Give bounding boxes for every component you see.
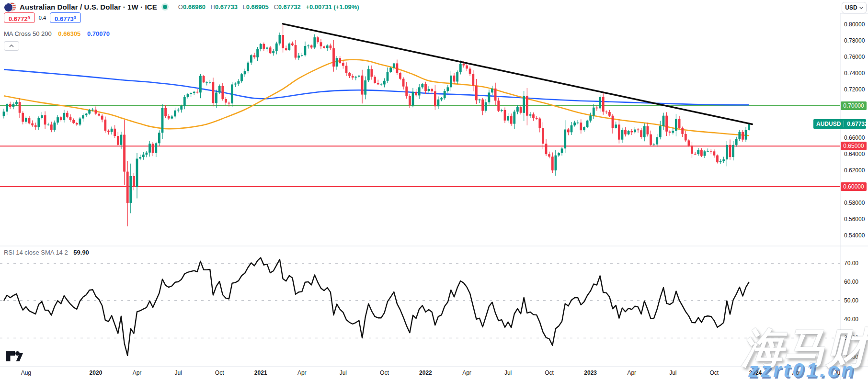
low-label: L — [243, 3, 246, 11]
price-tick-label: 0.58000 — [844, 200, 865, 206]
price-tick-label: 0.64000 — [844, 151, 865, 157]
symbol-pair-icon — [4, 2, 16, 11]
price-level-badge: 0.65000 — [841, 142, 867, 150]
currency-label: USD — [845, 4, 857, 11]
close-label: C — [274, 3, 278, 11]
tradingview-logo-icon — [5, 350, 23, 362]
time-tick-year: 2023 — [584, 369, 597, 376]
tradingview-chart-app: Australian Dollar / U.S. Dollar · 1W · I… — [0, 0, 868, 380]
price-level-badge: 0.70000 — [841, 101, 867, 110]
close-value: 0.67732 — [278, 3, 301, 11]
ma200-value: 0.70070 — [87, 30, 110, 37]
time-tick-month: Jul — [340, 369, 347, 376]
rsi-value: 59.90 — [73, 249, 89, 256]
rsi-tick-label: 50.00 — [844, 297, 858, 304]
tradingview-logo[interactable] — [5, 350, 23, 364]
price-tick-label: 0.72000 — [844, 86, 865, 93]
watermark-url: zzrt01.cn — [748, 359, 856, 380]
price-tick-label: 0.62000 — [844, 167, 865, 174]
price-tick-label: 0.76000 — [844, 54, 865, 60]
time-tick-month: Oct — [380, 369, 389, 376]
price-tick-label: 0.78000 — [844, 37, 865, 44]
ma-cross-legend[interactable]: MA Cross 50 200 0.66305 0.70070 — [4, 30, 110, 37]
rsi-legend[interactable]: RSI 14 close SMA 14 2 59.90 — [4, 249, 89, 256]
collapse-legend-button[interactable] — [4, 41, 19, 51]
time-tick-month: Apr — [133, 369, 142, 376]
sell-bid-button[interactable]: 0.67729 — [4, 12, 35, 23]
time-tick-year: 2022 — [419, 369, 432, 376]
time-tick-year: 2020 — [90, 369, 103, 376]
time-tick-month: Jul — [504, 369, 512, 376]
ma-cross-title: MA Cross 50 200 — [4, 30, 52, 37]
rsi-tick-label: 70.00 — [844, 260, 858, 267]
currency-dropdown[interactable]: USD — [842, 2, 867, 13]
price-tick-label: 0.80000 — [844, 21, 865, 28]
time-tick-month: Jul — [174, 369, 182, 376]
ma50-value: 0.66305 — [58, 30, 80, 37]
rsi-tick-label: 60.00 — [844, 279, 858, 285]
spread-value: 0.4 — [39, 15, 46, 21]
price-tick-label: 0.54000 — [844, 232, 865, 239]
chart-canvas[interactable] — [0, 0, 868, 380]
price-level-badge: 0.60000 — [841, 182, 867, 191]
chevron-down-icon — [859, 7, 863, 9]
time-tick-month: Oct — [710, 369, 719, 376]
buy-ask-button[interactable]: 0.67733 — [50, 12, 81, 23]
open-value: 0.66960 — [183, 3, 206, 11]
chevron-up-icon — [9, 45, 14, 47]
ohlc-values: O0.66960 H0.67733 L0.66905 C0.67732 +0.0… — [175, 3, 359, 11]
rsi-title: RSI 14 close SMA 14 2 — [4, 249, 68, 256]
symbol-title[interactable]: Australian Dollar / U.S. Dollar · 1W · I… — [20, 3, 157, 11]
time-tick-month: Apr — [462, 369, 471, 376]
high-value: 0.67733 — [215, 3, 238, 11]
open-label: O — [178, 3, 183, 11]
price-tick-label: 0.74000 — [844, 70, 865, 77]
time-tick-month: Jul — [669, 369, 676, 376]
time-tick-month: Aug — [21, 369, 31, 376]
time-tick-month: Apr — [297, 369, 307, 376]
time-tick-year: 2021 — [254, 369, 267, 376]
low-value: 0.66905 — [246, 3, 269, 11]
time-axis[interactable]: Aug2020AprJulOct2021AprJulOct2022AprJulO… — [0, 367, 840, 380]
last-price-badge: AUDUSD0.67732 — [813, 119, 866, 129]
time-tick-month: Oct — [215, 369, 224, 376]
high-label: H — [211, 3, 215, 11]
time-tick-month: Oct — [545, 369, 554, 376]
price-tick-label: 0.56000 — [844, 216, 865, 223]
time-tick-month: Apr — [627, 369, 636, 376]
change-value: +0.00731 (+1.09%) — [306, 3, 359, 11]
market-status-icon[interactable] — [163, 5, 167, 9]
price-tick-label: 0.66000 — [844, 134, 865, 141]
